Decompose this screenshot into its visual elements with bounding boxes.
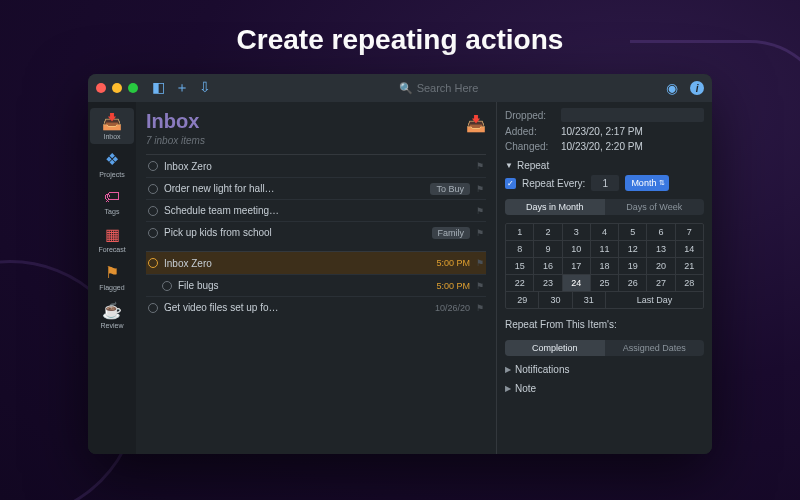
task-row[interactable]: Order new light for hall…To Buy⚑: [146, 177, 486, 199]
inspector-toggle-icon[interactable]: i: [690, 81, 704, 95]
calendar-day-18[interactable]: 18: [591, 258, 619, 275]
flagged-icon: ⚑: [105, 263, 119, 282]
notifications-section-header[interactable]: ▶ Notifications: [505, 364, 704, 375]
zoom-icon[interactable]: [128, 83, 138, 93]
sidebar-item-label: Inbox: [103, 133, 120, 140]
calendar-day-29[interactable]: 29: [506, 292, 539, 308]
task-status-circle[interactable]: [148, 303, 158, 313]
task-status-circle[interactable]: [148, 206, 158, 216]
calendar-last-day[interactable]: Last Day: [606, 292, 703, 308]
task-title: File bugs: [178, 280, 430, 291]
flag-icon[interactable]: ⚑: [476, 258, 484, 268]
repeat-section-header[interactable]: ▼ Repeat: [505, 160, 704, 171]
segment-days-in-month[interactable]: Days in Month: [505, 199, 605, 215]
minimize-icon[interactable]: [112, 83, 122, 93]
calendar-day-26[interactable]: 26: [619, 275, 647, 292]
calendar-day-16[interactable]: 16: [534, 258, 562, 275]
sidebar-item-tags[interactable]: 🏷Tags: [90, 184, 134, 219]
calendar-day-30[interactable]: 30: [539, 292, 572, 308]
segment-assigned-dates[interactable]: Assigned Dates: [605, 340, 705, 356]
main-subtitle: 7 inbox items: [146, 135, 205, 146]
calendar-day-23[interactable]: 23: [534, 275, 562, 292]
task-row[interactable]: Pick up kids from schoolFamily⚑: [146, 221, 486, 243]
calendar-day-21[interactable]: 21: [676, 258, 703, 275]
segment-completion[interactable]: Completion: [505, 340, 605, 356]
sidebar-toggle-icon[interactable]: ◧: [152, 79, 165, 97]
calendar-day-31[interactable]: 31: [573, 292, 606, 308]
sidebar-item-flagged[interactable]: ⚑Flagged: [90, 259, 134, 295]
segment-days-of-week[interactable]: Days of Week: [605, 199, 705, 215]
app-window: ◧ ＋ ⇩ 🔍 Search Here ◉ i 📥Inbox❖Projects🏷…: [88, 74, 712, 454]
task-row[interactable]: File bugs5:00 PM⚑: [146, 274, 486, 296]
calendar-day-13[interactable]: 13: [647, 241, 675, 258]
calendar-day-7[interactable]: 7: [676, 224, 703, 241]
repeat-unit-select[interactable]: Month ⇅: [625, 175, 669, 191]
calendar-day-24[interactable]: 24: [563, 275, 591, 292]
task-row[interactable]: Schedule team meeting…⚑: [146, 199, 486, 221]
flag-icon[interactable]: ⚑: [476, 281, 484, 291]
calendar-day-28[interactable]: 28: [676, 275, 703, 292]
repeat-every-label: Repeat Every:: [522, 178, 585, 189]
search-input[interactable]: 🔍 Search Here: [399, 82, 479, 95]
search-icon: 🔍: [399, 82, 413, 95]
task-status-circle[interactable]: [162, 281, 172, 291]
calendar-day-25[interactable]: 25: [591, 275, 619, 292]
calendar-day-17[interactable]: 17: [563, 258, 591, 275]
calendar-day-6[interactable]: 6: [647, 224, 675, 241]
calendar-day-3[interactable]: 3: [563, 224, 591, 241]
sidebar-item-inbox[interactable]: 📥Inbox: [90, 108, 134, 144]
sidebar-item-projects[interactable]: ❖Projects: [90, 146, 134, 182]
inbox-icon: 📥: [102, 112, 122, 131]
note-section-header[interactable]: ▶ Note: [505, 383, 704, 394]
calendar-day-11[interactable]: 11: [591, 241, 619, 258]
calendar-day-4[interactable]: 4: [591, 224, 619, 241]
calendar-day-15[interactable]: 15: [506, 258, 534, 275]
flag-icon[interactable]: ⚑: [476, 228, 484, 238]
task-tag[interactable]: Family: [432, 227, 471, 239]
calendar-day-12[interactable]: 12: [619, 241, 647, 258]
task-status-circle[interactable]: [148, 228, 158, 238]
repeat-checkbox[interactable]: ✓: [505, 178, 516, 189]
sidebar-item-forecast[interactable]: ▦Forecast: [90, 221, 134, 257]
flag-icon[interactable]: ⚑: [476, 206, 484, 216]
new-item-icon[interactable]: ＋: [175, 79, 189, 97]
sidebar-item-label: Tags: [105, 208, 120, 215]
task-tag[interactable]: To Buy: [430, 183, 470, 195]
sidebar-item-label: Review: [101, 322, 124, 329]
page-headline: Create repeating actions: [0, 24, 800, 56]
calendar-day-27[interactable]: 27: [647, 275, 675, 292]
task-status-circle[interactable]: [148, 161, 158, 171]
dropped-field[interactable]: [561, 108, 704, 122]
task-title: Inbox Zero: [164, 258, 430, 269]
calendar-day-8[interactable]: 8: [506, 241, 534, 258]
repeat-label: Repeat: [517, 160, 549, 171]
calendar-day-5[interactable]: 5: [619, 224, 647, 241]
task-status-circle[interactable]: [148, 258, 158, 268]
task-status-circle[interactable]: [148, 184, 158, 194]
view-icon[interactable]: ◉: [666, 80, 678, 96]
calendar-day-1[interactable]: 1: [506, 224, 534, 241]
calendar-day-22[interactable]: 22: [506, 275, 534, 292]
calendar-day-2[interactable]: 2: [534, 224, 562, 241]
inspector-pane: Dropped: Added: 10/23/20, 2:17 PM Change…: [496, 102, 712, 454]
task-row[interactable]: Inbox Zero5:00 PM⚑: [146, 252, 486, 274]
flag-icon[interactable]: ⚑: [476, 161, 484, 171]
sidebar-item-review[interactable]: ☕Review: [90, 297, 134, 333]
close-icon[interactable]: [96, 83, 106, 93]
sidebar-item-label: Flagged: [99, 284, 124, 291]
added-label: Added:: [505, 126, 555, 137]
flag-icon[interactable]: ⚑: [476, 303, 484, 313]
dropped-label: Dropped:: [505, 110, 555, 121]
task-row[interactable]: Inbox Zero⚑: [146, 155, 486, 177]
task-row[interactable]: Get video files set up fo…10/26/20⚑: [146, 296, 486, 318]
calendar-day-9[interactable]: 9: [534, 241, 562, 258]
calendar-day-20[interactable]: 20: [647, 258, 675, 275]
repeat-from-segment: CompletionAssigned Dates: [505, 340, 704, 356]
calendar-day-14[interactable]: 14: [676, 241, 703, 258]
flag-icon[interactable]: ⚑: [476, 184, 484, 194]
quick-entry-icon[interactable]: ⇩: [199, 79, 211, 97]
repeat-every-value[interactable]: 1: [591, 175, 619, 191]
calendar-day-10[interactable]: 10: [563, 241, 591, 258]
inbox-tray-icon[interactable]: 📥: [466, 114, 486, 133]
calendar-day-19[interactable]: 19: [619, 258, 647, 275]
